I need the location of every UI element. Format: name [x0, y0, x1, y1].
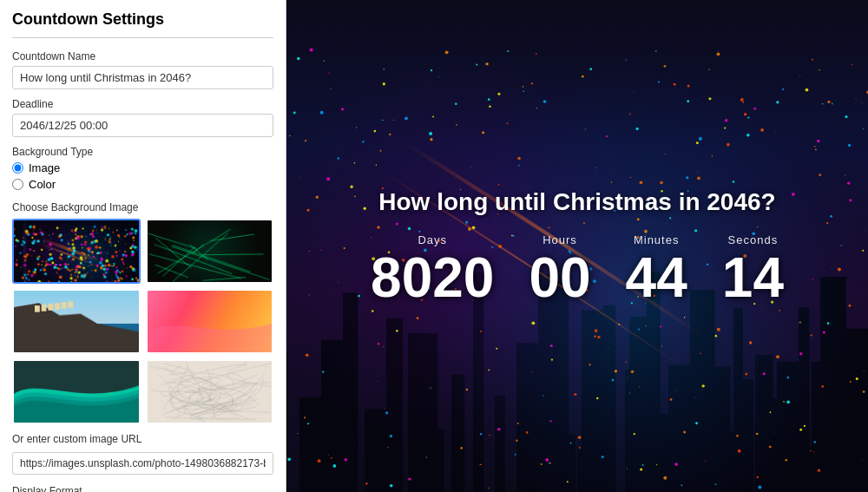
- bg-type-color-label: Color: [29, 178, 56, 191]
- seconds-label: Seconds: [722, 233, 784, 246]
- bg-thumb-pink-gradient[interactable]: [146, 289, 274, 354]
- minutes-label: Minutes: [626, 233, 687, 246]
- name-label: Countdown Name: [12, 50, 273, 62]
- days-label: Days: [371, 233, 494, 246]
- bg-type-color-option[interactable]: Color: [12, 178, 273, 191]
- choose-bg-label: Choose Background Image: [12, 201, 273, 213]
- settings-panel: Countdown Settings Countdown Name Deadli…: [0, 0, 286, 492]
- bg-type-image-label: Image: [29, 161, 60, 174]
- hours-value: 00: [529, 249, 590, 305]
- deadline-label: Deadline: [12, 98, 273, 110]
- bg-thumb-dark-abstract[interactable]: [146, 219, 274, 284]
- seconds-value: 14: [722, 249, 784, 305]
- bg-thumb-sketch[interactable]: [146, 359, 274, 424]
- bg-type-image-option[interactable]: Image: [12, 161, 273, 174]
- bg-thumb-city-night[interactable]: [12, 219, 141, 284]
- minutes-value: 44: [626, 249, 687, 305]
- image-grid: [12, 219, 273, 424]
- bg-type-color-radio[interactable]: [12, 179, 23, 190]
- countdown-overlay: How long until Christmas in 2046? Days 8…: [316, 187, 839, 305]
- countdown-name-input[interactable]: [12, 66, 273, 89]
- deadline-input[interactable]: [12, 114, 273, 137]
- bg-type-image-radio[interactable]: [12, 162, 23, 174]
- bg-type-radio-group: Image Color: [12, 161, 273, 191]
- display-format-label: Display Format: [12, 485, 273, 492]
- seconds-unit: Seconds 14: [722, 233, 784, 305]
- hours-unit: Hours 00: [529, 233, 590, 305]
- custom-url-label: Or enter custom image URL: [12, 433, 273, 445]
- preview-panel: How long until Christmas in 2046? Days 8…: [286, 0, 868, 492]
- countdown-title: How long until Christmas in 2046?: [316, 187, 839, 215]
- days-unit: Days 8020: [371, 233, 494, 305]
- days-value: 8020: [371, 249, 494, 305]
- custom-url-input[interactable]: [12, 452, 273, 475]
- hours-label: Hours: [529, 233, 590, 246]
- bg-thumb-teal-waves[interactable]: [12, 359, 141, 424]
- minutes-unit: Minutes 44: [626, 233, 687, 305]
- countdown-values: Days 8020 Hours 00 Minutes 44 Seconds 14: [316, 233, 839, 305]
- bg-type-label: Background Type: [12, 146, 273, 158]
- panel-title: Countdown Settings: [12, 10, 273, 38]
- bg-thumb-coastal-cliffs[interactable]: [12, 289, 141, 354]
